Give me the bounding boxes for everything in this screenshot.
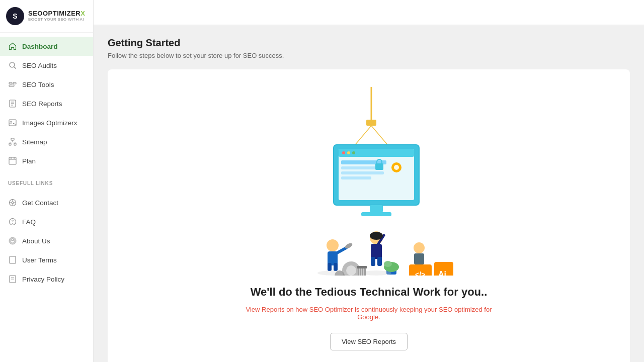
svg-rect-37 xyxy=(366,120,376,126)
page-title: Getting Started xyxy=(108,37,630,49)
svg-rect-54 xyxy=(361,212,391,216)
svg-rect-83 xyxy=(357,266,367,268)
sidebar-item-label: Get Contact xyxy=(22,199,58,207)
svg-rect-11 xyxy=(9,120,16,126)
svg-point-73 xyxy=(414,242,425,253)
sidebar-item-privacy-policy[interactable]: Privacy Policy xyxy=(0,269,93,289)
svg-rect-53 xyxy=(370,205,383,212)
audit-icon xyxy=(8,61,17,70)
svg-point-55 xyxy=(327,239,339,251)
useful-links-header: USEFULL LINKS xyxy=(0,174,93,189)
sidebar-item-seo-reports[interactable]: SEO Reports xyxy=(0,94,93,113)
sidebar-item-label: SEO Tools xyxy=(22,81,54,88)
svg-point-43 xyxy=(342,151,345,154)
svg-line-3 xyxy=(14,67,16,69)
faq-icon xyxy=(8,217,17,226)
svg-text:S: S xyxy=(13,12,17,20)
sidebar-item-label: Plan xyxy=(22,157,36,165)
sidebar-item-plan[interactable]: Plan xyxy=(0,151,93,170)
sidebar-item-faq[interactable]: FAQ xyxy=(0,212,93,231)
svg-rect-48 xyxy=(341,171,384,174)
sidebar-item-label: SEO Audits xyxy=(22,62,57,69)
card-description: View Reports on how SEO Optimizer is con… xyxy=(243,306,495,321)
plan-icon xyxy=(8,156,17,165)
sidebar-item-label: Dashboard xyxy=(22,43,58,50)
main-area: Getting Started Follow the steps below t… xyxy=(94,0,644,362)
svg-rect-20 xyxy=(9,157,16,164)
reports-icon xyxy=(8,99,17,108)
sidebar-item-user-terms[interactable]: User Terms xyxy=(0,250,93,269)
sidebar-item-label: Sitemap xyxy=(22,138,47,146)
svg-rect-6 xyxy=(13,82,16,84)
svg-point-44 xyxy=(347,151,350,154)
svg-rect-68 xyxy=(377,257,382,266)
sidebar-item-images-optimizerx[interactable]: Images Optmizerx xyxy=(0,113,93,132)
logo-main-text: SEOOPTIMIZERX xyxy=(28,10,85,17)
sidebar: S SEOOPTIMIZERX BOOST YOUR SEO WITH AI D… xyxy=(0,0,94,362)
svg-point-52 xyxy=(394,165,399,170)
svg-point-2 xyxy=(10,62,15,67)
sidebar-item-seo-audits[interactable]: SEO Audits xyxy=(0,56,93,75)
svg-rect-4 xyxy=(9,82,12,84)
tools-icon xyxy=(8,80,17,89)
illustration: </> Ai xyxy=(283,84,454,276)
svg-rect-13 xyxy=(11,138,14,140)
sidebar-item-about-us[interactable]: About Us xyxy=(0,231,93,250)
useful-links-section: Get Contact FAQ About Us xyxy=(0,189,93,293)
svg-rect-5 xyxy=(9,85,14,86)
sidebar-item-label: FAQ xyxy=(22,218,36,226)
logo-sub-text: BOOST YOUR SEO WITH AI xyxy=(28,18,85,22)
sidebar-item-sitemap[interactable]: Sitemap xyxy=(0,132,93,151)
about-icon xyxy=(8,236,17,245)
svg-point-62 xyxy=(346,265,356,276)
svg-rect-50 xyxy=(375,163,383,170)
sidebar-item-label: Privacy Policy xyxy=(22,276,64,283)
svg-point-25 xyxy=(12,202,14,204)
svg-rect-14 xyxy=(9,143,11,145)
content-area: Getting Started Follow the steps below t… xyxy=(94,25,644,362)
privacy-icon xyxy=(8,275,17,284)
sidebar-item-label: User Terms xyxy=(22,256,57,264)
contact-icon xyxy=(8,198,17,207)
svg-text:Ai: Ai xyxy=(438,270,446,276)
svg-point-72 xyxy=(384,261,392,267)
sitemap-icon xyxy=(8,137,17,146)
logo-icon: S xyxy=(6,7,24,25)
top-bar xyxy=(94,0,644,25)
svg-rect-58 xyxy=(334,263,338,271)
svg-point-45 xyxy=(352,151,355,154)
image-icon xyxy=(8,118,17,127)
home-icon xyxy=(8,42,17,51)
logo-area: S SEOOPTIMIZERX BOOST YOUR SEO WITH AI xyxy=(0,0,93,33)
svg-rect-74 xyxy=(414,253,424,264)
svg-rect-67 xyxy=(371,257,375,266)
svg-point-69 xyxy=(370,232,383,240)
card-headline: We'll do the Tedious Technical Work for … xyxy=(251,286,488,299)
svg-point-79 xyxy=(317,270,348,276)
sidebar-item-dashboard[interactable]: Dashboard xyxy=(0,37,93,56)
sidebar-item-seo-tools[interactable]: SEO Tools xyxy=(0,75,93,94)
svg-rect-57 xyxy=(328,263,332,271)
svg-point-12 xyxy=(11,121,12,122)
sidebar-item-label: Images Optmizerx xyxy=(22,119,77,127)
svg-text:</>: </> xyxy=(415,270,425,276)
terms-icon xyxy=(8,255,17,264)
sidebar-item-get-contact[interactable]: Get Contact xyxy=(0,193,93,212)
sidebar-item-label: About Us xyxy=(22,237,50,245)
svg-point-31 xyxy=(12,223,13,224)
view-seo-reports-button[interactable]: View SEO Reports xyxy=(330,333,408,350)
svg-rect-32 xyxy=(10,256,16,263)
nav-section: Dashboard SEO Audits SEO Tools xyxy=(0,33,93,174)
getting-started-card: </> Ai We'll do the Tedious Tech xyxy=(108,69,630,362)
svg-rect-15 xyxy=(14,143,16,145)
svg-rect-49 xyxy=(341,176,371,179)
sidebar-item-label: SEO Reports xyxy=(22,100,62,108)
logo-text: SEOOPTIMIZERX BOOST YOUR SEO WITH AI xyxy=(28,10,85,22)
page-subtitle: Follow the steps below to set your store… xyxy=(108,52,630,59)
card-description-plain: View Reports on how SEO Optimizer is con… xyxy=(246,306,439,313)
